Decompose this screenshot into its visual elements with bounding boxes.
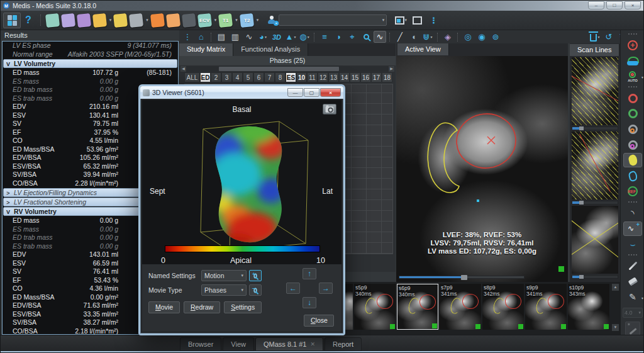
dropdown-caret-icon[interactable]: ▾ bbox=[257, 18, 259, 23]
cut-tool-icon[interactable] bbox=[623, 259, 642, 274]
dropdown-caret-icon[interactable]: ▾ bbox=[235, 18, 238, 23]
scanline-thumbnail[interactable] bbox=[572, 132, 618, 199]
tab-study-matrix[interactable]: Study Matrix bbox=[179, 43, 233, 56]
scrollbar-thumb[interactable] bbox=[219, 67, 338, 71]
pull-contour-icon[interactable]: ⌣ bbox=[623, 237, 642, 252]
rotate-down-button[interactable]: ↓ bbox=[303, 297, 316, 308]
scanline-slider[interactable] bbox=[572, 201, 618, 205]
phase-cell[interactable]: ED bbox=[200, 72, 211, 82]
target-endo-icon[interactable]: ◎ bbox=[462, 31, 474, 43]
add-contour-icon[interactable]: + bbox=[623, 38, 642, 53]
view-layout-button[interactable]: ▾ bbox=[393, 13, 408, 27]
scroll-up-icon[interactable]: ▲ bbox=[612, 284, 619, 291]
reset-layout-button[interactable] bbox=[409, 13, 425, 27]
tab-qmass-8-1-1[interactable]: QMass 8.1 #1✕ bbox=[255, 337, 323, 351]
phase-cell[interactable]: ES bbox=[286, 72, 296, 82]
phase-cell[interactable]: 4 bbox=[232, 72, 243, 82]
dialog-snapshot-button[interactable] bbox=[323, 104, 336, 115]
filmstrip-icon[interactable]: ▥ bbox=[229, 31, 242, 43]
named-settings-select[interactable]: Motion▾ bbox=[201, 270, 247, 281]
zoom-tool-icon[interactable] bbox=[360, 31, 372, 43]
qflow-view-icon[interactable]: ◕▾ bbox=[257, 31, 269, 43]
layout-toggle-button[interactable] bbox=[3, 13, 21, 28]
rotate-left-button[interactable]: ← bbox=[286, 283, 300, 294]
app-tile-4[interactable] bbox=[92, 13, 107, 27]
rotate-right-button[interactable]: → bbox=[319, 283, 333, 294]
lv-endo-icon[interactable] bbox=[623, 91, 642, 106]
contour-edit-icon[interactable]: ∿ bbox=[374, 31, 386, 43]
settings-button[interactable]: Settings bbox=[224, 301, 262, 313]
app-tile-5[interactable] bbox=[113, 13, 128, 27]
minimize-button[interactable]: – bbox=[588, 1, 604, 9]
signal-curve-icon[interactable]: ∿ bbox=[243, 31, 255, 43]
app-tile-t2[interactable]: T2 bbox=[240, 13, 254, 27]
3d-viewer-dialog[interactable]: 3D Viewer (S601) — ▢ × bbox=[138, 84, 345, 335]
arc-tool-icon[interactable]: ◝ bbox=[623, 206, 642, 221]
phase-cell[interactable]: 18 bbox=[382, 72, 392, 82]
patient-combo[interactable]: ▾ bbox=[279, 14, 387, 26]
lv-epi-icon[interactable] bbox=[623, 106, 642, 121]
series-thumbnail[interactable]: s8p9342ms bbox=[482, 284, 524, 330]
bean-contour-icon[interactable]: ◖ bbox=[408, 31, 420, 43]
phase-cell[interactable]: 5 bbox=[243, 72, 253, 82]
app-tile-8[interactable] bbox=[166, 13, 180, 27]
curves-icon[interactable]: ⋓▾ bbox=[421, 31, 434, 43]
phase-cell[interactable]: 14 bbox=[339, 72, 350, 82]
globe-view-icon[interactable]: ◍▾ bbox=[298, 31, 311, 43]
target-grid-icon[interactable]: ⊚ bbox=[489, 31, 502, 43]
series-thumbnail[interactable]: s6p9340ms bbox=[397, 284, 438, 330]
phase-cell[interactable]: 7 bbox=[264, 72, 275, 82]
3d-viewport[interactable]: Basal Sept Lat 0 Apical 10 bbox=[142, 100, 341, 269]
scroll-left-icon[interactable]: ◀ bbox=[180, 66, 186, 72]
phase-cell[interactable]: 8 bbox=[275, 72, 286, 82]
scanline-slider[interactable] bbox=[572, 275, 618, 279]
window-level-icon[interactable]: ◑ bbox=[332, 31, 345, 43]
phase-cell[interactable]: 10 bbox=[296, 72, 307, 82]
overflow-icon[interactable]: ⋮ bbox=[181, 31, 194, 43]
draw-line-icon[interactable]: ╱ bbox=[394, 31, 406, 43]
tab-report[interactable]: Report bbox=[325, 337, 362, 351]
edit-spline-icon[interactable]: ∿ bbox=[623, 221, 642, 236]
tab-active-view[interactable]: Active View bbox=[397, 43, 449, 55]
phase-cell[interactable]: ALL bbox=[184, 72, 200, 82]
app-tile-6[interactable] bbox=[129, 13, 143, 27]
close-tab-icon[interactable]: ✕ bbox=[310, 338, 315, 351]
dropdown-caret-icon[interactable]: ▾ bbox=[146, 18, 148, 23]
dialog-title-bar[interactable]: 3D Viewer (S601) — ▢ × bbox=[140, 86, 343, 99]
phase-cell[interactable]: 2 bbox=[211, 72, 221, 82]
dialog-maximize-button[interactable]: ▢ bbox=[304, 88, 319, 97]
scroll-down-icon[interactable]: ▼ bbox=[612, 324, 619, 331]
phase-cell[interactable]: 12 bbox=[318, 72, 328, 82]
app-tile-2[interactable] bbox=[61, 13, 75, 27]
view-3d-icon[interactable]: 3D bbox=[270, 31, 283, 43]
cone-view-icon[interactable]: ▲▾ bbox=[284, 31, 297, 43]
reset-view-icon[interactable]: ⌂ bbox=[195, 31, 208, 43]
help-icon[interactable]: ? bbox=[25, 14, 31, 26]
ref-contour-icon[interactable]: REF bbox=[623, 184, 642, 199]
phase-slider[interactable] bbox=[399, 276, 525, 279]
tab-view[interactable]: View bbox=[223, 337, 254, 351]
section-header[interactable]: VLV Volumetry bbox=[3, 59, 177, 68]
phase-cell[interactable]: 11 bbox=[307, 72, 318, 82]
series-thumbnail[interactable]: s9p9341ms bbox=[525, 284, 567, 330]
series-thumbnail[interactable]: s10p9343ms bbox=[568, 284, 609, 330]
phases-scrollbar[interactable]: ◀ ▶ bbox=[180, 66, 394, 72]
roi-yellow-icon[interactable] bbox=[623, 153, 642, 167]
phase-cell[interactable]: 15 bbox=[350, 72, 360, 82]
movie-type-select[interactable]: Phases▾ bbox=[201, 284, 247, 296]
scanline-thumbnail[interactable] bbox=[572, 57, 618, 125]
maximize-button[interactable]: □ bbox=[606, 1, 623, 9]
layers-icon[interactable]: ≡ bbox=[318, 31, 331, 43]
dropdown-caret-icon[interactable]: ▾ bbox=[109, 18, 112, 23]
section-toggle-icon[interactable]: V bbox=[6, 60, 14, 69]
rv-endo-icon[interactable] bbox=[623, 122, 642, 137]
delete-icon[interactable]: ▾ bbox=[589, 31, 601, 43]
draw-tool-icon[interactable]: ✎▾ bbox=[623, 290, 642, 305]
series-thumbnail[interactable]: s5p9340ms bbox=[354, 284, 396, 330]
app-tile-ecv[interactable]: ECV bbox=[197, 13, 212, 27]
phase-cell[interactable]: 13 bbox=[328, 72, 339, 82]
close-patient-icon[interactable]: × bbox=[267, 16, 276, 25]
roi-blue-icon[interactable] bbox=[623, 169, 642, 183]
scroll-right-icon[interactable]: ▶ bbox=[389, 66, 394, 72]
phase-cell[interactable]: 17 bbox=[371, 72, 382, 82]
